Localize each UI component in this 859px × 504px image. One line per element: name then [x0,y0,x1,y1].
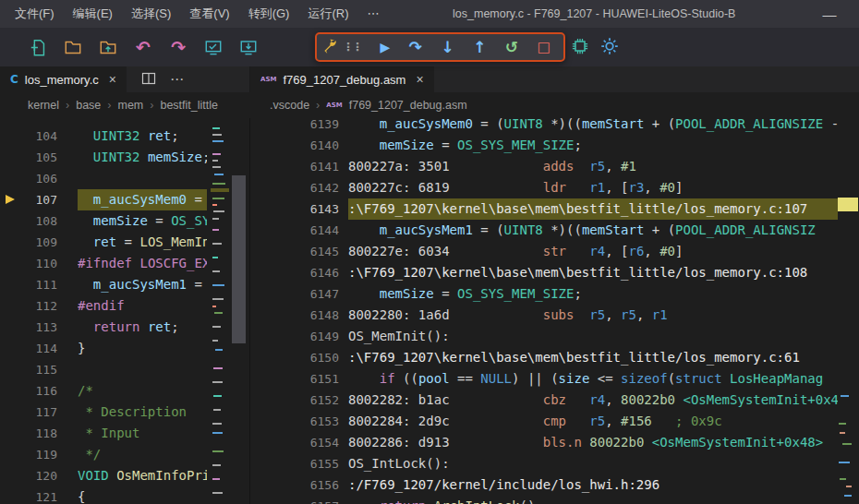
crumb-base[interactable]: base [76,99,101,112]
code-line[interactable]: 6144 m_aucSysMem1 = (UINT8 *)((memStart … [250,220,859,241]
menu-run[interactable]: 运行(R) [298,0,357,28]
new-project-button[interactable] [28,37,48,57]
line-number[interactable]: 6151 [250,368,348,390]
line-number[interactable]: 120 [0,465,78,486]
code-line[interactable]: 6155OS_IntLock(): [250,453,859,474]
vertical-scrollbar[interactable] [232,175,246,343]
line-number[interactable]: 6142 [250,177,348,198]
line-number[interactable]: 6154 [250,432,348,453]
code-line[interactable]: 6141800227a: 3501 adds r5, #1 [250,156,859,177]
code-line[interactable]: 6147 memSize = OS_SYS_MEM_SIZE; [250,283,859,305]
line-number[interactable]: 6153 [250,411,348,432]
crumb-vscode[interactable]: .vscode [270,99,309,112]
line-number[interactable]: 109 [0,232,78,253]
current-debug-line[interactable]: 6143:\F769_1207\kernel\base\mem\bestfit_… [250,198,859,220]
code-line[interactable]: 6151 if ((pool == NULL) || (size <= size… [250,368,859,390]
crumb-bestfit-little[interactable]: bestfit_little [160,99,218,112]
minimap-left[interactable] [211,118,229,504]
continue-icon[interactable]: ▶ [381,41,391,54]
line-number[interactable]: 6146 [250,262,348,283]
tab-f769-debug-asm[interactable]: ASM f769_1207_debug.asm × [250,66,434,92]
code-line[interactable]: 61528002282: b1ac cbz r4, 80022b0 <OsMem… [250,390,859,411]
code-line[interactable]: 6142800227c: 6819 ldr r1, [r3, #0] [250,177,859,198]
line-number[interactable]: 6139 [250,118,348,135]
minimize-button[interactable]: — [800,6,859,22]
code-line[interactable]: 6146:\F769_1207\kernel\base\mem\bestfit_… [250,262,859,283]
line-number[interactable]: 116 [0,380,78,402]
line-number[interactable]: 104 [0,126,78,147]
minimap-right[interactable] [837,118,859,504]
code-line[interactable]: 61548002286: d913 bls.n 80022b0 <OsMemSy… [250,432,859,453]
step-into-icon[interactable]: ↓ [442,40,454,55]
code-line[interactable]: 61538002284: 2d9c cmp r5, #156 ; 0x9c [250,411,859,432]
tab-los-memory-c[interactable]: C los_memory.c × [0,66,127,92]
redo-button[interactable]: ↷ [168,37,188,57]
menu-edit[interactable]: 编辑(E) [64,0,122,28]
code-line[interactable]: 6157 return ArchIntLock(); [250,496,859,504]
tab-close-icon[interactable]: × [416,72,423,87]
line-number[interactable]: 117 [0,402,78,423]
line-number[interactable]: 105 [0,147,78,168]
stop-icon[interactable]: □ [538,41,550,54]
code-line[interactable]: 6149OS_MemInit(): [250,326,859,347]
grip-icon[interactable]: ⋮⋮ [343,42,361,53]
crumb-asm-file[interactable]: f769_1207_debug.asm [349,99,467,112]
code-line[interactable]: 6139 m_aucSysMem0 = (UINT8 *)((memStart … [250,118,859,135]
breadcrumb-bar: kernel › base › mem › bestfit_little .vs… [0,92,859,118]
line-number[interactable]: 114 [0,338,78,359]
line-number[interactable]: 115 [0,359,78,380]
line-number[interactable]: 113 [0,317,78,338]
menu-select[interactable]: 选择(S) [122,0,180,28]
restart-icon[interactable]: ↺ [505,40,518,55]
line-number[interactable]: 108 [0,210,78,232]
code-line[interactable]: 6150:\F769_1207\kernel\base\mem\bestfit_… [250,347,859,368]
editor-pane-debug-asm[interactable]: 6139 m_aucSysMem0 = (UINT8 *)((memStart … [249,118,859,504]
undo-button[interactable]: ↶ [133,37,153,57]
line-number[interactable]: 6147 [250,283,348,305]
line-number[interactable]: 6148 [250,305,348,326]
debug-settings-button[interactable] [600,37,619,59]
menu-more[interactable]: ⋯ [357,0,388,28]
wrench-button[interactable] [321,37,338,57]
line-number[interactable]: 121 [0,486,78,504]
menu-goto[interactable]: 转到(G) [239,0,299,28]
line-number[interactable]: 111 [0,274,78,295]
code-line[interactable]: 6145800227e: 6034 str r4, [r6, #0] [250,241,859,262]
crumb-kernel[interactable]: kernel [28,99,59,112]
open-project-button[interactable] [63,37,83,57]
line-number[interactable]: 6145 [250,241,348,262]
line-number[interactable]: 6152 [250,390,348,411]
line-number[interactable]: 6155 [250,453,348,474]
line-number[interactable]: 107 [0,189,78,210]
import-project-button[interactable] [98,37,118,57]
line-number[interactable]: 6157 [250,496,348,504]
code-text: 800227c: 6819 ldr r1, [r3, #0] [348,177,838,198]
line-number[interactable]: 6149 [250,326,348,347]
line-number[interactable]: 110 [0,253,78,274]
line-number[interactable]: 6143 [250,198,348,220]
step-out-icon[interactable]: ↑ [473,40,486,55]
burn-button[interactable] [238,37,259,57]
line-number[interactable]: 118 [0,423,78,444]
tab-close-icon[interactable]: × [109,72,116,87]
crumb-mem[interactable]: mem [118,99,144,112]
line-number[interactable]: 112 [0,295,78,317]
menu-file[interactable]: 文件(F) [6,0,64,28]
line-number[interactable]: 106 [0,168,78,189]
line-number[interactable]: 6144 [250,220,348,241]
code-line[interactable]: 6156:/F769_1207/kernel/include/los_hwi.h… [250,474,859,496]
line-number[interactable]: 6150 [250,347,348,368]
line-number[interactable]: 6141 [250,156,348,177]
code-line[interactable]: 6140 memSize = OS_SYS_MEM_SIZE; [250,135,859,156]
split-editor-button[interactable] [141,71,156,89]
chip-button[interactable] [571,37,589,59]
code-line[interactable]: 61488002280: 1a6d subs r5, r5, r1 [250,305,859,326]
line-number[interactable]: 6156 [250,474,348,496]
line-number[interactable]: 6140 [250,135,348,156]
build-button[interactable] [203,37,224,57]
more-actions-button[interactable]: ⋯ [170,71,185,88]
line-number[interactable]: 119 [0,444,78,465]
menu-view[interactable]: 查看(V) [180,0,238,28]
editor-pane-los-memory[interactable]: 104 UINT32 ret;105 UINT32 memSize;106107… [0,118,249,504]
step-over-icon[interactable]: ↷ [409,40,422,55]
